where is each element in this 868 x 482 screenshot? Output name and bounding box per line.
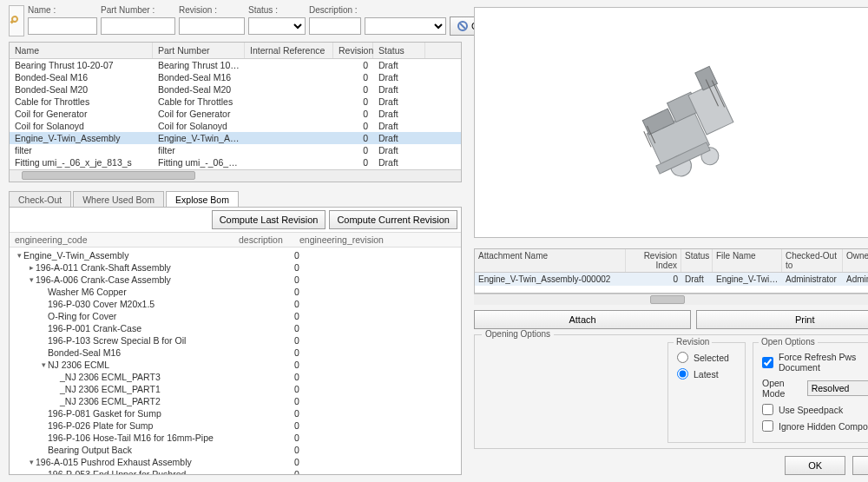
col-header-status[interactable]: Status — [373, 43, 425, 58]
grid-row[interactable]: Cable for ThrottlesCable for Throttles0D… — [10, 96, 461, 108]
opening-options: Opening Options Revision Selected Latest… — [474, 334, 868, 449]
att-col-file[interactable]: File Name — [713, 249, 782, 272]
label-name: Name : — [28, 5, 97, 15]
tab-explose-bom[interactable]: Explose Bom — [166, 191, 239, 207]
tree-col-desc[interactable]: description — [233, 233, 294, 247]
preview-3d[interactable] — [474, 7, 868, 238]
tree-row[interactable]: _NJ 2306 ECML_PART30 — [10, 371, 461, 383]
grid-row[interactable]: Bonded-Seal M20Bonded-Seal M200Draft — [10, 83, 461, 96]
opening-options-legend: Opening Options — [482, 329, 554, 339]
revision-selected-radio[interactable]: Selected — [677, 352, 736, 363]
tree-row[interactable]: 196-P-030 Cover M20x1.50 — [10, 298, 461, 310]
open-mode-label: Open Mode — [762, 378, 802, 399]
tree-twist-icon[interactable]: ▾ — [27, 456, 36, 468]
tree-col-code[interactable]: engineering_code — [10, 233, 233, 247]
tree-row[interactable]: ▾196-A-006 Crank-Case Assembly0 — [10, 274, 461, 286]
tree-row[interactable]: _NJ 2306 ECML_PART20 — [10, 395, 461, 407]
print-button[interactable]: Print — [696, 310, 868, 329]
tree-row[interactable]: Washer M6 Copper0 — [10, 286, 461, 298]
label-status: Status : — [248, 5, 306, 15]
tree-row[interactable]: ▾NJ 2306 ECML0 — [10, 359, 461, 371]
extra-combo[interactable] — [365, 17, 446, 35]
compute-current-revision-button[interactable]: Compute Current Revision — [329, 210, 457, 229]
att-col-name[interactable]: Attachment Name — [475, 249, 626, 272]
tree-header: engineering_code description engineering… — [10, 233, 461, 248]
tree-row[interactable]: 196-P-053 End Upper for Pushrod0 — [10, 468, 461, 474]
tree-col-rev[interactable]: engineering_revision — [294, 233, 461, 247]
name-input[interactable] — [28, 17, 97, 35]
tree-row[interactable]: ▾Engine_V-Twin_Assembly0 — [10, 249, 461, 261]
grid-row[interactable]: Coil for GeneratorCoil for Generator0Dra… — [10, 108, 461, 120]
label-part-number: Part Number : — [101, 5, 175, 15]
grid-row[interactable]: Fitting umi_-_06_x_je_813_sFitting umi_-… — [10, 156, 461, 168]
attachments-grid: Attachment Name Revision Index Status Fi… — [474, 248, 868, 294]
grid-header: Name Part Number Internal Reference Revi… — [10, 43, 461, 59]
grid-row[interactable]: filterfilter0Draft — [10, 144, 461, 156]
engine-preview-icon — [598, 49, 789, 196]
label-revision: Revision : — [179, 5, 245, 15]
ok-button[interactable]: OK — [785, 456, 845, 475]
tree-row[interactable]: _NJ 2306 ECML_PART10 — [10, 383, 461, 395]
att-col-owner[interactable]: Owner — [843, 249, 868, 272]
cancel-button[interactable]: Cancel — [852, 456, 868, 475]
compute-last-revision-button[interactable]: Compute Last Revision — [212, 210, 326, 229]
tab-where-used-bom[interactable]: Where Used Bom — [73, 191, 164, 207]
revision-input[interactable] — [179, 17, 245, 35]
tree-twist-icon[interactable]: ▾ — [39, 359, 48, 371]
wrench-icon — [10, 14, 23, 28]
tree-row[interactable]: 196-P-001 Crank-Case0 — [10, 322, 461, 334]
svg-line-1 — [460, 23, 465, 29]
status-select[interactable] — [248, 17, 306, 35]
tree-row[interactable]: Bearing Output Back0 — [10, 444, 461, 456]
att-col-status[interactable]: Status — [681, 249, 713, 272]
clear-icon — [457, 21, 468, 31]
ignore-hidden-checkbox[interactable]: Ignore Hidden Components — [762, 420, 868, 432]
att-col-checked[interactable]: Checked-Out to — [782, 249, 843, 272]
tree-row[interactable]: O-Ring for Cover0 — [10, 310, 461, 322]
col-header-intref[interactable]: Internal Reference — [245, 43, 333, 58]
grid-row[interactable]: Bonded-Seal M16Bonded-Seal M160Draft — [10, 71, 461, 83]
label-description: Description : — [309, 5, 361, 15]
use-speedpack-checkbox[interactable]: Use Speedpack — [762, 404, 868, 415]
col-header-name[interactable]: Name — [10, 43, 153, 58]
tree-row[interactable]: 196-P-106 Hose-Tail M16 for 16mm-Pipe0 — [10, 432, 461, 444]
tabs-panel: Compute Last Revision Compute Current Re… — [9, 207, 462, 475]
tree-twist-icon[interactable]: ▾ — [27, 274, 36, 286]
open-mode-select[interactable]: Resolved — [807, 380, 868, 396]
tree-row[interactable]: 196-P-081 Gasket for Sump0 — [10, 407, 461, 419]
results-grid: Name Part Number Internal Reference Revi… — [9, 42, 462, 182]
revision-legend: Revision — [674, 337, 712, 347]
search-bar: Name : Part Number : Revision : Status :… — [9, 5, 462, 36]
tree-row[interactable]: ▸196-A-011 Crank-Shaft Assembly0 — [10, 261, 461, 274]
search-toggle-button[interactable] — [9, 5, 24, 36]
revision-latest-radio[interactable]: Latest — [677, 368, 736, 380]
tab-check-out[interactable]: Check-Out — [9, 191, 71, 207]
att-col-revidx[interactable]: Revision Index — [626, 249, 681, 272]
attach-hscroll[interactable] — [474, 294, 868, 305]
col-header-rev[interactable]: Revision — [333, 43, 373, 58]
grid-row[interactable]: Bearing Thrust 10-20-07Bearing Thrust 10… — [10, 59, 461, 71]
tree-row[interactable]: ▾196-A-015 Pushrod Exhaust Assembly0 — [10, 456, 461, 468]
grid-hscroll[interactable] — [10, 169, 461, 182]
open-options-legend: Open Options — [759, 337, 818, 347]
tabs-bar: Check-OutWhere Used BomExplose Bom — [9, 191, 462, 207]
col-header-part[interactable]: Part Number — [153, 43, 245, 58]
tree-twist-icon[interactable]: ▾ — [15, 249, 23, 261]
description-input[interactable] — [309, 17, 361, 35]
grid-row[interactable]: Coil for SolanoydCoil for Solanoyd0Draft — [10, 120, 461, 132]
attach-button[interactable]: Attach — [474, 310, 691, 329]
tree-row[interactable]: Bonded-Seal M160 — [10, 347, 461, 359]
tree-row[interactable]: 196-P-103 Screw Special B for Oil0 — [10, 334, 461, 347]
tree-row[interactable]: 196-P-026 Plate for Sump0 — [10, 419, 461, 432]
part-number-input[interactable] — [101, 17, 175, 35]
tree-twist-icon[interactable]: ▸ — [27, 261, 36, 274]
force-refresh-checkbox[interactable]: Force Refresh Pws Document — [762, 352, 868, 373]
grid-row[interactable]: Engine_V-Twin_AssemblyEngine_V-Twin_Asse… — [10, 132, 461, 144]
attachment-row[interactable]: Engine_V-Twin_Assembly-0000020DraftEngin… — [475, 273, 868, 286]
